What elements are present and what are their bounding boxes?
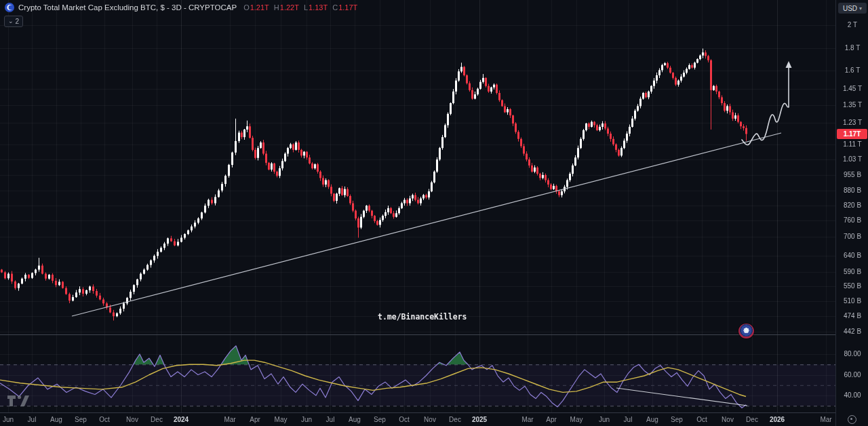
pane-separator[interactable] xyxy=(0,334,835,335)
axis-price-label: 80.00 xyxy=(836,350,868,358)
axis-time-label: Apr xyxy=(250,416,260,423)
axis-time-label: May xyxy=(570,416,583,423)
axis-price-label: 955 B xyxy=(836,171,868,179)
axis-price-label: 60.00 xyxy=(836,371,868,379)
axis-price-label: 474 B xyxy=(836,312,868,320)
axis-price-label: 510 B xyxy=(836,297,868,305)
axis-price-label: 1.23 T xyxy=(836,119,868,127)
price-axis[interactable]: USD ▾ 2 T1.8 T1.6 T1.45 T1.35 T1.23 T1.1… xyxy=(835,0,868,426)
axis-time-label: May xyxy=(275,416,288,423)
axis-time-label: Jul xyxy=(326,416,335,423)
time-axis[interactable]: JunJulAugSepOctNovDec2024MarAprMayJunJul… xyxy=(0,412,835,426)
axis-time-label: Jun xyxy=(301,416,312,423)
axis-time-label: Jul xyxy=(624,416,633,423)
axis-time-label: Oct xyxy=(399,416,410,423)
axis-time-label: Mar xyxy=(224,416,235,423)
axis-time-label: Oct xyxy=(99,416,110,423)
axis-time-label: Mar xyxy=(521,416,533,423)
low-label: L xyxy=(304,3,308,12)
currency-dropdown[interactable]: USD ▾ xyxy=(838,3,867,14)
hidden-indicator-count: 2 xyxy=(16,18,20,25)
axis-time-label: Dec xyxy=(746,416,758,423)
currency-label: USD xyxy=(843,5,857,12)
ohlc-values: O1.21T H1.22T L1.13T C1.17T xyxy=(243,3,357,12)
tradingview-chart-window: Crypto Total Market Cap Excluding BTC, $… xyxy=(0,0,868,426)
axis-time-label: 2025 xyxy=(472,416,487,423)
axis-price-label: 1.8 T xyxy=(836,44,868,52)
axis-time-label: Oct xyxy=(696,416,707,423)
close-value: 1.17T xyxy=(338,3,357,12)
axis-time-label: Mar xyxy=(820,416,831,423)
symbol-logo-icon xyxy=(5,3,14,12)
chevron-down-icon: ⌄ xyxy=(8,18,14,24)
axis-price-label: 1.35 T xyxy=(836,101,868,109)
axis-time-label: 2024 xyxy=(174,416,189,423)
axis-time-label: Aug xyxy=(349,416,361,423)
axis-price-label: 1.45 T xyxy=(836,85,868,93)
axis-time-label: Dec xyxy=(151,416,163,423)
binance-killers-logo-icon xyxy=(738,324,754,338)
axis-time-label: Aug xyxy=(646,416,658,423)
axis-price-label: 1.6 T xyxy=(836,66,868,75)
high-label: H xyxy=(274,3,279,12)
axis-time-label: Nov xyxy=(722,416,734,423)
chart-canvas[interactable] xyxy=(0,0,835,412)
axis-price-label: 442 B xyxy=(836,328,868,336)
axis-time-label: Jul xyxy=(28,416,37,423)
axis-price-label: 760 B xyxy=(836,216,868,225)
axis-price-label: 1.03 T xyxy=(836,155,868,163)
axis-price-label: 1.11 T xyxy=(836,140,868,149)
axis-time-label: Dec xyxy=(449,416,461,423)
axis-price-label: 820 B xyxy=(836,201,868,210)
low-value: 1.13T xyxy=(309,3,328,12)
open-value: 1.21T xyxy=(250,3,269,12)
axis-time-label: Nov xyxy=(424,416,436,423)
legend: Crypto Total Market Cap Excluding BTC, $… xyxy=(5,3,357,12)
indicators-collapse-badge[interactable]: ⌄ 2 xyxy=(4,16,23,27)
high-value: 1.22T xyxy=(280,3,299,12)
axis-time-label: Sep xyxy=(374,416,386,423)
axis-time-label: 2026 xyxy=(770,416,785,423)
channel-watermark: t.me/BinanceKillers xyxy=(378,312,467,322)
tradingview-logo-icon[interactable] xyxy=(7,392,30,407)
axis-price-label: 880 B xyxy=(836,187,868,195)
axis-time-label: Jun xyxy=(3,416,14,423)
close-label: C xyxy=(332,3,338,12)
axis-time-label: Aug xyxy=(50,416,62,423)
symbol-title[interactable]: Crypto Total Market Cap Excluding BTC, $… xyxy=(18,3,237,12)
axis-price-label: 700 B xyxy=(836,233,868,241)
current-price-tag: 1.17T xyxy=(837,129,867,139)
open-label: O xyxy=(243,3,250,12)
axis-time-label: Nov xyxy=(126,416,138,423)
axis-price-label: 2 T xyxy=(836,21,868,29)
axis-time-label: Sep xyxy=(671,416,683,423)
axis-price-label: 590 B xyxy=(836,268,868,276)
axis-time-label: Sep xyxy=(75,416,87,423)
axis-price-label: 40.00 xyxy=(836,391,868,400)
axis-time-label: Apr xyxy=(546,416,557,423)
axis-price-label: 550 B xyxy=(836,282,868,290)
axis-time-label: Jun xyxy=(599,416,610,423)
timezone-settings-icon[interactable] xyxy=(848,415,856,424)
caret-down-icon: ▾ xyxy=(859,5,862,12)
axis-price-label: 640 B xyxy=(836,252,868,260)
